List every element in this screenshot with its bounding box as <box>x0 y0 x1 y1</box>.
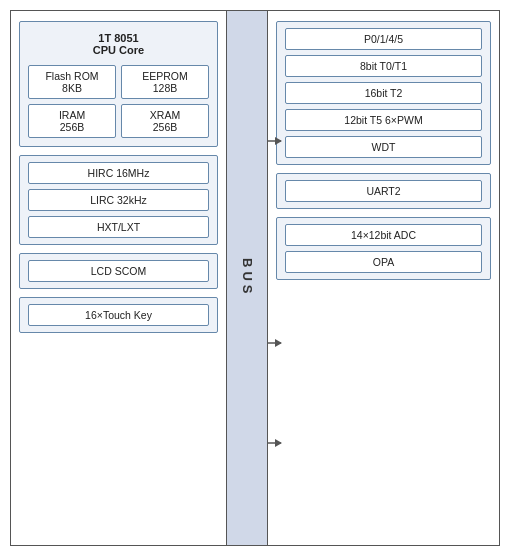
clock-block: HIRC 16MHz LIRC 32kHz HXT/LXT <box>19 155 218 245</box>
touch-key: 16×Touch Key <box>28 304 209 326</box>
lirc: LIRC 32kHz <box>28 189 209 211</box>
cpu-row1: Flash ROM 8KB EEPROM 128B <box>28 65 209 99</box>
timer01: 8bit T0/T1 <box>285 55 482 77</box>
adc: 14×12bit ADC <box>285 224 482 246</box>
right-column: P0/1/4/5 8bit T0/T1 16bit T2 12bit T5 6×… <box>268 11 499 545</box>
hxt-lxt: HXT/LXT <box>28 216 209 238</box>
hirc: HIRC 16MHz <box>28 162 209 184</box>
wdt: WDT <box>285 136 482 158</box>
cpu-block: 1T 8051 CPU Core Flash ROM 8KB EEPROM 12… <box>19 21 218 147</box>
opa: OPA <box>285 251 482 273</box>
bus-label: BUS <box>240 258 255 297</box>
iram: IRAM 256B <box>28 104 116 138</box>
timer2: 16bit T2 <box>285 82 482 104</box>
uart2: UART2 <box>285 180 482 202</box>
xram: XRAM 256B <box>121 104 209 138</box>
lcd-scom: LCD SCOM <box>28 260 209 282</box>
timer5-pwm: 12bit T5 6×PWM <box>285 109 482 131</box>
flash-rom: Flash ROM 8KB <box>28 65 116 99</box>
block-diagram: 1T 8051 CPU Core Flash ROM 8KB EEPROM 12… <box>10 10 500 546</box>
adc-block: 14×12bit ADC OPA <box>276 217 491 280</box>
lcd-block: LCD SCOM <box>19 253 218 289</box>
cpu-title: 1T 8051 CPU Core <box>28 28 209 60</box>
touch-block: 16×Touch Key <box>19 297 218 333</box>
io-block: P0/1/4/5 8bit T0/T1 16bit T2 12bit T5 6×… <box>276 21 491 165</box>
cpu-row2: IRAM 256B XRAM 256B <box>28 104 209 138</box>
left-column: 1T 8051 CPU Core Flash ROM 8KB EEPROM 12… <box>11 11 226 545</box>
port-io: P0/1/4/5 <box>285 28 482 50</box>
uart-block: UART2 <box>276 173 491 209</box>
eeprom: EEPROM 128B <box>121 65 209 99</box>
bus-column: BUS <box>226 11 268 545</box>
